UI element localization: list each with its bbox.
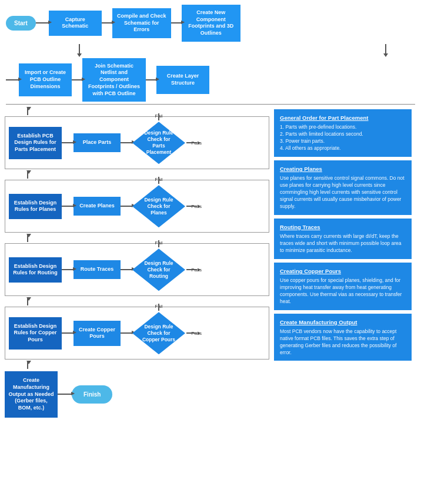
- planes-diamond: Design Rule Check for Planes: [132, 185, 185, 227]
- info-mfg-text: Most PCB vendors now have the capability…: [280, 328, 396, 355]
- copper-diamond-wrap: Fail Design Rule Check for Copper Pours …: [132, 312, 185, 354]
- main-body: Establish PCB Design Rules for Parts Pla…: [2, 107, 419, 419]
- compile-box: Compile and Check Schematic for Errors: [112, 8, 171, 38]
- planes-box1: Establish Design Rules for Planes: [9, 194, 62, 219]
- top-row-1: Start ▶ Capture Schematic ▶ Compile and …: [6, 5, 415, 42]
- info-box-manufacturing: Create Manufacturing Output Most PCB ven…: [274, 314, 412, 361]
- arrow-join: ▶: [72, 79, 82, 80]
- info-placement-title: General Order for Part Placement: [280, 114, 406, 122]
- import-box: Import or Create PCB Outline Dimensions: [19, 63, 72, 96]
- vert-line-top: [53, 44, 106, 57]
- routing-diamond-wrap: Fail Design Rule Check for Routing Pass …: [132, 248, 185, 291]
- planes-box2: Create Planes: [73, 197, 121, 216]
- info-box-copper: Creating Copper Pours Use copper pours f…: [274, 263, 412, 310]
- info-routing-text: Where traces carry currents with large d…: [280, 233, 401, 253]
- top-section: Start ▶ Capture Schematic ▶ Compile and …: [2, 2, 419, 102]
- placement-box2: Place Parts: [73, 133, 121, 152]
- vert-line-component: [356, 44, 415, 57]
- arrow-2: ▶: [102, 22, 112, 23]
- band-placement-border: Establish PCB Design Rules for Parts Pla…: [5, 116, 269, 169]
- right-info-area: General Order for Part Placement 1. Part…: [269, 107, 412, 419]
- bottom-section: Create Manufacturing Output as Needed (G…: [5, 369, 269, 419]
- capture-box: Capture Schematic: [49, 11, 102, 36]
- band-copper-border: Establish Design Rules for Copper Pours …: [5, 307, 269, 359]
- routing-diamond: Design Rule Check for Routing: [132, 248, 185, 291]
- info-box-planes: Creating Planes Use planes for sensitive…: [274, 160, 412, 215]
- copper-diamond: Design Rule Check for Copper Pours: [132, 312, 185, 354]
- placement-diamond: Design Rule Check for Parts Placement: [132, 122, 185, 164]
- info-planes-text: Use planes for sensitive control signal …: [280, 175, 405, 209]
- arrow-import: ▶: [6, 79, 19, 80]
- info-routing-title: Routing Traces: [280, 223, 406, 231]
- arrow-layer: ▶: [146, 79, 156, 80]
- arrow-1: ▶: [36, 22, 49, 23]
- create-component-box: Create New Component Footprints and 3D O…: [182, 5, 240, 42]
- band-routing: Establish Design Rules for Routing ▶ Rou…: [5, 243, 269, 296]
- routing-box2: Route Traces: [73, 260, 121, 279]
- band-placement: Establish PCB Design Rules for Parts Pla…: [5, 107, 269, 169]
- layer-box: Create Layer Structure: [156, 66, 209, 93]
- finish-oval: Finish: [72, 385, 112, 404]
- band-copper: Establish Design Rules for Copper Pours …: [5, 307, 269, 359]
- separator-1: [6, 104, 415, 105]
- page: Start ▶ Capture Schematic ▶ Compile and …: [0, 0, 421, 422]
- placement-box1: Establish PCB Design Rules for Parts Pla…: [9, 127, 62, 159]
- copper-box1: Establish Design Rules for Copper Pours: [9, 317, 62, 350]
- info-mfg-title: Create Manufacturing Output: [280, 318, 406, 326]
- mfg-box: Create Manufacturing Output as Needed (G…: [5, 371, 58, 417]
- top-v-connector: [6, 44, 415, 57]
- top-row-2: ▶ Import or Create PCB Outline Dimension…: [6, 58, 415, 102]
- info-placement-text: 1. Parts with pre-defined locations. 2. …: [280, 124, 363, 151]
- info-box-placement: General Order for Part Placement 1. Part…: [274, 109, 412, 157]
- placement-diamond-wrap: Fail Design Rule Check for Parts Placeme…: [132, 122, 185, 164]
- start-oval: Start: [6, 16, 36, 31]
- left-flow-area: Establish PCB Design Rules for Parts Pla…: [5, 107, 269, 419]
- info-box-routing: Routing Traces Where traces carry curren…: [274, 219, 412, 259]
- arrow-3: ▶: [171, 22, 182, 23]
- planes-diamond-wrap: Fail Design Rule Check for Planes Pass ▶: [132, 185, 185, 227]
- copper-box2: Create Copper Pours: [73, 321, 121, 346]
- band-planes-border: Establish Design Rules for Planes ▶ Crea…: [5, 180, 269, 233]
- routing-box1: Establish Design Rules for Routing: [9, 257, 62, 283]
- info-planes-title: Creating Planes: [280, 165, 406, 173]
- info-copper-title: Creating Copper Pours: [280, 267, 406, 275]
- join-box: Join Schematic Netlist and Component Foo…: [82, 58, 146, 102]
- band-planes: Establish Design Rules for Planes ▶ Crea…: [5, 180, 269, 233]
- info-copper-text: Use copper pours for special planes, shi…: [280, 277, 402, 304]
- band-routing-border: Establish Design Rules for Routing ▶ Rou…: [5, 243, 269, 296]
